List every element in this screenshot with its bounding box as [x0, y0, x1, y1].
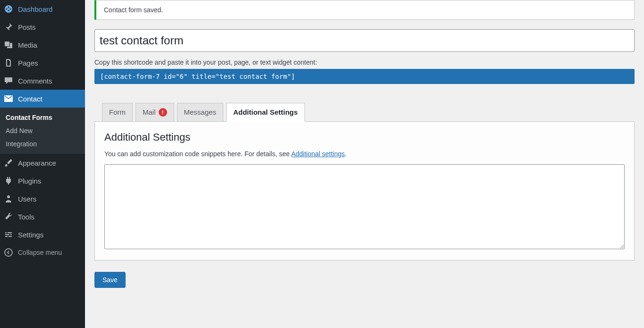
main-content: Contact form saved. Copy this shortcode … [85, 0, 644, 328]
tab-mail[interactable]: Mail ! [136, 103, 174, 121]
submenu-integration[interactable]: Integration [0, 137, 85, 151]
svg-point-1 [7, 195, 10, 198]
sidebar-item-plugins[interactable]: Plugins [0, 172, 85, 190]
contact-submenu: Contact Forms Add New Integration [0, 108, 85, 154]
sidebar-item-label: Media [18, 41, 37, 49]
sidebar-item-pages[interactable]: Pages [0, 54, 85, 72]
pages-icon [4, 58, 13, 67]
sidebar-item-label: Posts [18, 23, 36, 31]
media-icon [4, 40, 13, 50]
dashboard-icon [4, 4, 13, 14]
tab-label: Form [109, 108, 126, 116]
svg-point-2 [5, 249, 12, 256]
sidebar-item-label: Plugins [18, 177, 41, 185]
collapse-label: Collapse menu [18, 249, 62, 256]
sidebar-item-contact[interactable]: Contact [0, 90, 85, 108]
additional-settings-panel: Additional Settings You can add customiz… [94, 121, 635, 261]
sidebar-item-settings[interactable]: Settings [0, 226, 85, 244]
plugin-icon [4, 176, 13, 185]
panel-description: You can add customization code snippets … [104, 150, 625, 158]
additional-settings-link[interactable]: Additional settings [291, 150, 345, 158]
sidebar-item-comments[interactable]: Comments [0, 72, 85, 90]
sidebar-item-label: Comments [18, 77, 52, 85]
sidebar-item-label: Users [18, 195, 36, 203]
sidebar-item-label: Settings [18, 231, 43, 239]
tab-form[interactable]: Form [102, 103, 133, 121]
sidebar-item-label: Dashboard [18, 5, 52, 13]
wrench-icon [4, 212, 13, 221]
sidebar-item-dashboard[interactable]: Dashboard [0, 0, 85, 18]
additional-settings-textarea[interactable] [104, 164, 625, 249]
sidebar-item-label: Contact [18, 95, 42, 103]
tab-label: Messages [184, 108, 216, 116]
sidebar-item-label: Appearance [18, 159, 56, 167]
notice-message: Contact form saved. [104, 6, 163, 14]
tab-additional-settings[interactable]: Additional Settings [226, 103, 305, 122]
user-icon [4, 194, 13, 203]
comment-icon [4, 76, 13, 85]
sidebar-item-posts[interactable]: Posts [0, 18, 85, 36]
tab-label: Additional Settings [233, 108, 298, 116]
mail-icon [4, 94, 13, 103]
sidebar-item-appearance[interactable]: Appearance [0, 154, 85, 172]
submenu-add-new[interactable]: Add New [0, 124, 85, 137]
success-notice: Contact form saved. [94, 0, 635, 20]
form-tabs: Form Mail ! Messages Additional Settings [102, 103, 635, 121]
alert-badge-icon: ! [159, 108, 167, 117]
sidebar-item-label: Tools [18, 213, 34, 221]
sidebar-item-media[interactable]: Media [0, 36, 85, 54]
collapse-icon [4, 248, 13, 257]
desc-suffix: . [345, 150, 347, 158]
brush-icon [4, 158, 13, 168]
shortcode-label: Copy this shortcode and paste it into yo… [94, 59, 635, 66]
desc-prefix: You can add customization code snippets … [104, 150, 291, 158]
sidebar-item-tools[interactable]: Tools [0, 208, 85, 226]
submenu-contact-forms[interactable]: Contact Forms [0, 111, 85, 124]
form-title-input[interactable] [94, 29, 635, 52]
panel-heading: Additional Settings [104, 131, 625, 143]
tab-messages[interactable]: Messages [177, 103, 223, 121]
shortcode-box[interactable]: [contact-form-7 id="6" title="test conta… [94, 69, 635, 84]
sidebar-item-users[interactable]: Users [0, 190, 85, 208]
admin-sidebar: Dashboard Posts Media Pages Comments Con… [0, 0, 85, 328]
sliders-icon [4, 230, 13, 239]
sidebar-item-label: Pages [18, 59, 38, 67]
tab-label: Mail [143, 108, 156, 116]
save-button[interactable]: Save [94, 272, 126, 288]
pin-icon [4, 22, 13, 32]
collapse-menu[interactable]: Collapse menu [0, 244, 85, 261]
